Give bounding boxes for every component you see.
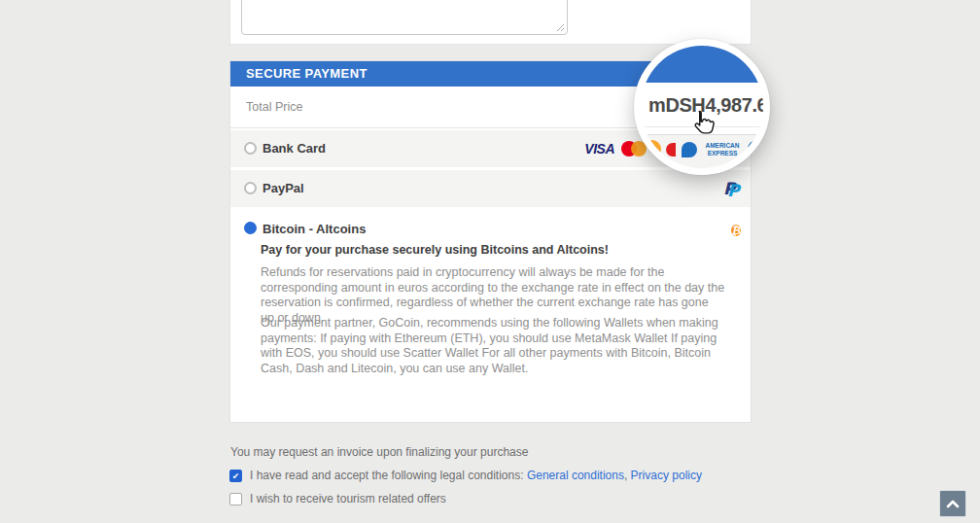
tourism-offers-label: I wish to receive tourism related offers <box>250 492 446 506</box>
bitcoin-label: Bitcoin - Altcoins <box>262 222 366 236</box>
comments-card <box>229 0 752 45</box>
radio-bitcoin-selected[interactable] <box>244 222 257 234</box>
card-logo-icon <box>682 142 697 157</box>
scroll-to-top-button[interactable] <box>939 490 966 517</box>
bitcoin-info-heading: Pay for your purchase securely using Bit… <box>261 243 609 257</box>
total-price-label: Total Price <box>246 100 302 114</box>
radio-bank-card[interactable] <box>244 142 257 155</box>
tourism-offers-row: I wish to receive tourism related offers <box>229 492 446 506</box>
chevron-up-icon <box>946 500 960 508</box>
radio-paypal[interactable] <box>244 182 257 194</box>
checkout-page: SECURE PAYMENT Total Price mDSH4,987.63 … <box>0 0 980 523</box>
privacy-policy-link[interactable]: Privacy policy <box>631 469 702 482</box>
comments-textarea[interactable] <box>241 0 568 35</box>
cursor-hand-icon <box>691 110 716 137</box>
magnified-header-band <box>641 46 763 83</box>
bitcoin-info-paragraph-2: Our payment partner, GoCoin, recommends … <box>261 316 725 376</box>
secure-payment-title: SECURE PAYMENT <box>246 66 368 81</box>
bitcoin-section: Bitcoin - Altcoins ₿ Pay for your purcha… <box>230 208 751 422</box>
maestro-icon <box>666 143 676 157</box>
paypal-icon: P P <box>723 179 741 198</box>
mastercard-icon <box>621 141 647 157</box>
textarea-resize-handle[interactable] <box>556 23 565 32</box>
tourism-offers-checkbox[interactable] <box>229 493 242 506</box>
paypal-label: PayPal <box>262 181 304 195</box>
magnified-card-brands: AMERICAN EXPRESS <box>641 140 763 158</box>
american-express-icon: AMERICAN EXPRESS <box>703 142 742 157</box>
invoice-note: You may request an invoice upon finalizi… <box>230 445 528 459</box>
legal-conditions-row: ✔ I have read and accept the following l… <box>229 469 702 482</box>
payment-method-paypal[interactable]: PayPal P P <box>230 170 751 207</box>
visa-icon: VISA <box>584 141 614 157</box>
general-conditions-link[interactable]: General conditions <box>527 469 624 482</box>
bank-card-label: Bank Card <box>262 141 326 156</box>
magnifier-circle: mDSH4,987.63 AMERICAN EXPRESS <box>634 39 770 175</box>
bitcoin-icon: ₿ <box>731 225 741 236</box>
legal-conditions-checkbox[interactable]: ✔ <box>229 470 242 482</box>
legal-conditions-label: I have read and accept the following leg… <box>250 469 702 482</box>
payment-method-bitcoin[interactable]: Bitcoin - Altcoins ₿ <box>230 214 751 247</box>
